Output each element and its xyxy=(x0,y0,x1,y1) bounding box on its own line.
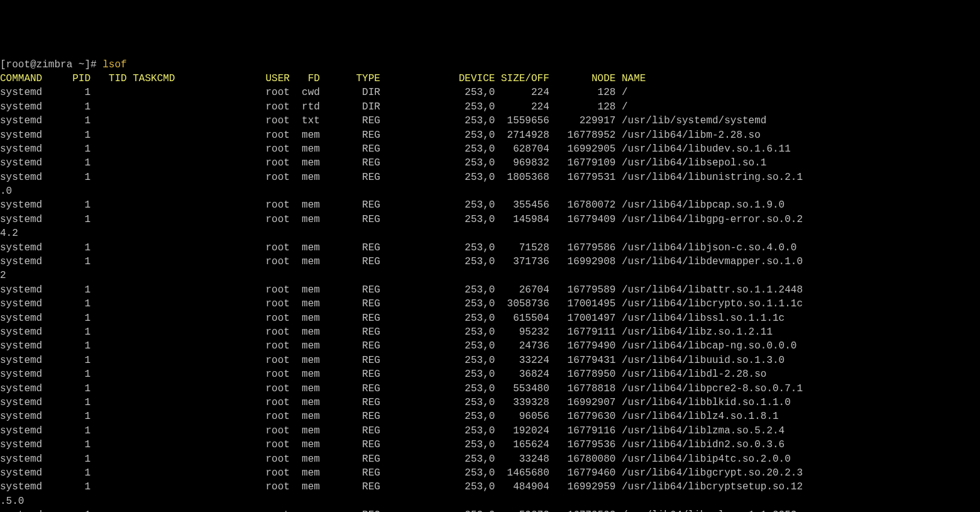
lsof-header: COMMAND PID TID TASKCMD USER FD TYPE DEV… xyxy=(0,73,646,84)
prompt-close: ]# xyxy=(84,59,102,70)
prompt-user-host: root@zimbra ~ xyxy=(6,59,85,70)
command-text: lsof xyxy=(102,59,126,70)
prompt-open: [ xyxy=(0,59,6,70)
lsof-output: systemd 1 root cwd DIR 253,0 224 128 / s… xyxy=(0,86,980,512)
terminal[interactable]: [root@zimbra ~]# lsof COMMAND PID TID TA… xyxy=(0,58,980,512)
